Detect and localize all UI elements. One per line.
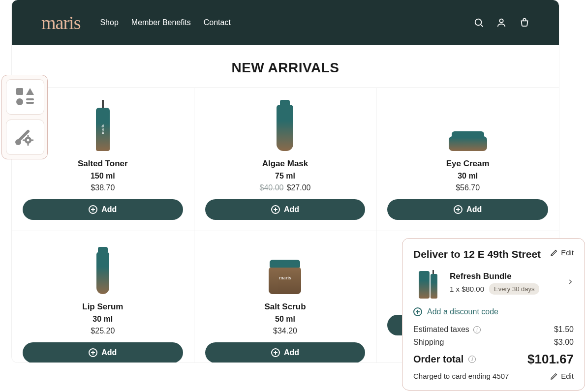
cart-item-qty-price: 1 x $80.00 <box>450 285 484 293</box>
product-image: maris <box>76 97 130 151</box>
product-size: 30 ml <box>458 172 478 181</box>
product-size: 75 ml <box>275 172 295 181</box>
product-size: 50 ml <box>275 315 295 324</box>
price-current: $27.00 <box>286 183 310 192</box>
add-label: Add <box>101 205 117 214</box>
chevron-right-icon <box>567 277 574 288</box>
product-card: Salt Scrub 50 ml $34.20 Add <box>194 231 377 362</box>
order-total-label: Order total <box>413 354 463 365</box>
svg-rect-7 <box>26 102 34 104</box>
product-price: $25.20 <box>91 327 115 335</box>
product-name: Salted Toner <box>78 159 128 169</box>
summary-shipping: Shipping $3.00 <box>413 338 574 347</box>
svg-point-0 <box>475 19 482 26</box>
product-price: $56.70 <box>456 183 480 192</box>
cart-panel: Deliver to 12 E 49th Street Edit Refresh… <box>402 238 585 391</box>
plus-circle-icon <box>89 348 97 357</box>
product-name: Eye Cream <box>446 159 490 169</box>
add-label: Add <box>284 348 299 357</box>
taxes-value: $1.50 <box>554 325 574 334</box>
svg-rect-13 <box>23 140 25 141</box>
edit-label: Edit <box>561 372 574 380</box>
svg-point-5 <box>16 98 23 105</box>
product-name: Lip Serum <box>82 302 123 312</box>
plus-circle-icon <box>271 205 280 214</box>
product-image <box>258 97 312 151</box>
product-card: Lip Serum 30 ml $25.20 Add <box>12 231 194 362</box>
svg-point-2 <box>499 19 503 23</box>
add-discount-link[interactable]: Add a discount code <box>413 307 574 316</box>
add-button[interactable]: Add <box>205 342 366 362</box>
brush-gear-icon <box>13 126 37 148</box>
cart-item[interactable]: Refresh Bundle 1 x $80.00 Every 30 days <box>413 267 574 299</box>
main-nav: Shop Member Benefits Contact <box>100 18 230 27</box>
edit-label: Edit <box>561 248 574 257</box>
svg-marker-4 <box>26 88 34 95</box>
plus-circle-icon <box>454 205 463 214</box>
svg-line-1 <box>481 25 483 27</box>
brand-logo[interactable]: maris <box>41 12 80 33</box>
frequency-badge: Every 30 days <box>489 283 539 295</box>
product-name: Algae Mask <box>262 159 308 169</box>
order-total-row: Order total i $101.67 <box>413 352 574 367</box>
svg-rect-14 <box>31 140 33 141</box>
nav-contact[interactable]: Contact <box>204 18 231 27</box>
plus-circle-icon <box>89 205 97 214</box>
shipping-label: Shipping <box>413 338 444 347</box>
edit-address-link[interactable]: Edit <box>550 248 574 257</box>
add-label: Add <box>101 348 117 357</box>
add-button[interactable]: Add <box>387 199 548 220</box>
pencil-icon <box>550 249 558 257</box>
price-original: $40.00 <box>260 183 284 192</box>
order-total-amount: $101.67 <box>527 352 574 367</box>
product-price: $38.70 <box>91 183 115 192</box>
theme-settings-tool-button[interactable] <box>6 120 44 155</box>
product-price: $34.20 <box>273 327 297 335</box>
add-button[interactable]: Add <box>23 199 183 220</box>
product-size: 150 ml <box>91 172 115 181</box>
svg-rect-12 <box>28 143 29 146</box>
info-icon[interactable]: i <box>468 356 476 363</box>
product-image <box>441 97 495 151</box>
editor-tool-palette <box>1 75 48 159</box>
account-icon[interactable] <box>496 17 507 28</box>
product-image <box>258 240 312 294</box>
plus-circle-icon <box>413 307 422 316</box>
add-button[interactable]: Add <box>205 199 366 220</box>
cart-item-name: Refresh Bundle <box>450 271 560 281</box>
product-size: 30 ml <box>93 315 113 324</box>
product-card: Algae Mask 75 ml $40.00$27.00 Add <box>194 88 377 231</box>
sections-tool-button[interactable] <box>6 79 44 115</box>
svg-point-10 <box>27 139 30 142</box>
nav-shop[interactable]: Shop <box>100 18 118 27</box>
shapes-icon <box>13 86 37 108</box>
pencil-icon <box>550 372 558 380</box>
product-name: Salt Scrub <box>264 302 306 312</box>
search-icon[interactable] <box>473 17 484 28</box>
add-button[interactable]: Add <box>23 342 183 362</box>
product-image <box>76 240 130 294</box>
cart-icon[interactable] <box>519 17 529 28</box>
info-icon[interactable]: i <box>473 326 481 333</box>
shipping-value: $3.00 <box>554 338 574 347</box>
product-card: Eye Cream 30 ml $56.70 Add <box>376 88 559 231</box>
svg-rect-6 <box>26 98 34 100</box>
discount-link-label: Add a discount code <box>427 307 498 316</box>
cart-deliver-to: Deliver to 12 E 49th Street <box>413 248 541 260</box>
payment-method-text: Charged to card ending 4507 <box>413 372 509 380</box>
plus-circle-icon <box>271 348 280 357</box>
cart-item-thumbnail <box>413 267 443 299</box>
summary-taxes: Estimated taxes i $1.50 <box>413 325 574 334</box>
section-title: NEW ARRIVALS <box>12 45 559 88</box>
svg-rect-11 <box>28 135 29 137</box>
svg-point-8 <box>15 139 21 145</box>
nav-member-benefits[interactable]: Member Benefits <box>131 18 191 27</box>
edit-payment-link[interactable]: Edit <box>550 372 574 380</box>
taxes-label: Estimated taxes <box>413 325 469 334</box>
site-header: maris Shop Member Benefits Contact <box>12 0 559 45</box>
product-price: $40.00$27.00 <box>260 183 311 192</box>
svg-rect-3 <box>16 88 23 95</box>
add-label: Add <box>466 205 482 214</box>
add-label: Add <box>284 205 299 214</box>
